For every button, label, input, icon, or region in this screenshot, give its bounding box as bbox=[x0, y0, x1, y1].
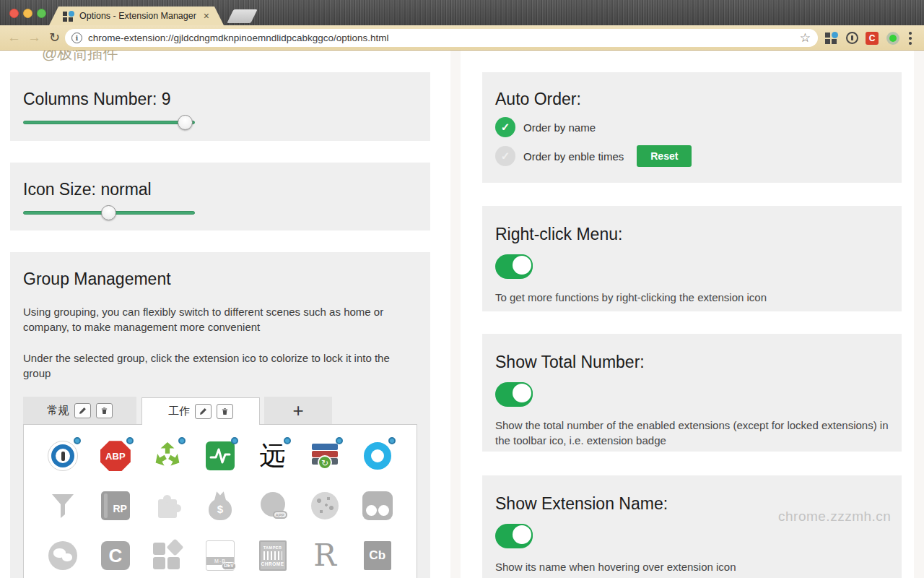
refresh-icon: ↻ bbox=[318, 455, 332, 470]
barcode-icon bbox=[263, 551, 282, 560]
r-serif-icon: R bbox=[313, 540, 336, 571]
check-circle-off-icon[interactable]: ✓ bbox=[495, 146, 515, 166]
extension-manager-toolbar-icon[interactable] bbox=[825, 32, 837, 44]
group-desc-1: Using grouping, you can flexibly switch … bbox=[23, 304, 407, 335]
extension-manager-favicon bbox=[63, 11, 74, 22]
rp-icon: RP bbox=[101, 491, 130, 520]
extension-icon-rp-reader[interactable]: RP bbox=[100, 490, 131, 522]
right-click-menu-card: Right-click Menu: To get more functions … bbox=[482, 206, 902, 311]
tab-title: Options - Extension Manager bbox=[79, 11, 199, 21]
new-tab-button[interactable] bbox=[227, 9, 257, 23]
right-click-menu-toggle[interactable] bbox=[495, 254, 533, 279]
blue-ring-icon bbox=[364, 442, 391, 470]
back-icon[interactable]: ← bbox=[7, 27, 21, 48]
add-group-tab[interactable]: + bbox=[264, 397, 332, 424]
check-circle-on-icon[interactable]: ✓ bbox=[495, 117, 515, 137]
extension-icon-funnel[interactable] bbox=[47, 490, 79, 522]
locked-badge bbox=[178, 437, 186, 444]
bookmark-star-icon[interactable]: ☆ bbox=[800, 30, 811, 46]
extension-icon-four-squares[interactable] bbox=[152, 540, 183, 571]
show-total-number-card: Show Total Number: Show the total number… bbox=[482, 334, 902, 452]
forward-icon[interactable]: → bbox=[27, 27, 41, 48]
calligraphy-icon: 远 bbox=[260, 443, 286, 469]
show-total-number-desc: Show the total number of the enabled ext… bbox=[495, 418, 889, 448]
window-minimize-button[interactable] bbox=[23, 9, 32, 18]
extension-icon-pulse-green[interactable] bbox=[204, 440, 236, 472]
extension-icon-money-bag[interactable]: $ bbox=[204, 490, 236, 522]
auto-order-card: Auto Order: ✓ Order by name ✓ Order by e… bbox=[482, 72, 902, 183]
tamper-chrome-icon: TAMPER CHROME bbox=[259, 540, 287, 571]
wechat-icon bbox=[48, 541, 77, 570]
columns-number-slider[interactable] bbox=[23, 121, 195, 124]
delete-group-button[interactable] bbox=[217, 404, 233, 419]
extension-icon-grid: ABP bbox=[24, 425, 417, 578]
reset-button[interactable]: Reset bbox=[637, 145, 692, 167]
icon-size-slider[interactable] bbox=[23, 211, 195, 215]
left-column: @极简插件 Columns Number: 9 Icon Size: norma… bbox=[0, 51, 450, 578]
extension-icon-app-wrench[interactable]: APP bbox=[257, 490, 289, 522]
browser-menu-icon[interactable] bbox=[909, 32, 912, 45]
address-bar[interactable]: i chrome-extension://gjldcdngmdknpinoemn… bbox=[65, 29, 818, 47]
two-circles-icon bbox=[362, 491, 393, 520]
extension-icon-cookie[interactable] bbox=[309, 490, 341, 522]
show-total-number-toggle[interactable] bbox=[495, 382, 533, 407]
locked-badge bbox=[231, 437, 238, 444]
locked-badge bbox=[284, 437, 291, 444]
extension-icon-wechat[interactable] bbox=[47, 540, 79, 571]
delete-group-button[interactable] bbox=[96, 403, 113, 418]
money-bag-icon: $ bbox=[206, 490, 235, 522]
app-wrench-icon: APP bbox=[258, 491, 287, 520]
left-column-scrollbar[interactable] bbox=[450, 51, 461, 578]
onepassword-toolbar-icon[interactable] bbox=[846, 32, 858, 44]
cookie-icon bbox=[311, 492, 339, 519]
order-by-enable-times-label: Order by enble times bbox=[523, 150, 624, 163]
puzzle-icon bbox=[158, 499, 177, 518]
trash-icon bbox=[100, 407, 108, 415]
pulse-icon bbox=[206, 441, 235, 470]
extension-icon-cb-square[interactable]: Cb bbox=[362, 540, 393, 571]
extension-icon-c-letter[interactable]: C bbox=[100, 540, 131, 571]
right-column-scrollbar[interactable] bbox=[914, 51, 924, 578]
reload-icon[interactable]: ↻ bbox=[49, 27, 60, 48]
extension-icon-onepassword[interactable] bbox=[47, 440, 79, 472]
extension-icon-adblock-plus[interactable]: ABP bbox=[100, 440, 131, 472]
markdown-dev-icon: M-B DEV bbox=[206, 540, 235, 571]
url-text[interactable]: chrome-extension://gjldcdngmdknpinoemndl… bbox=[88, 33, 800, 43]
extension-icon-style-stack[interactable]: ↻ bbox=[309, 440, 341, 472]
icon-size-slider-thumb[interactable] bbox=[101, 205, 116, 220]
edit-group-button[interactable] bbox=[74, 403, 91, 418]
group-management-title: Group Management bbox=[23, 269, 417, 289]
order-by-name-label: Order by name bbox=[523, 121, 596, 134]
trash-icon bbox=[221, 407, 229, 415]
columns-slider-thumb[interactable] bbox=[178, 115, 193, 130]
extension-icon-recycle[interactable] bbox=[152, 440, 183, 472]
order-by-enable-times-row: ✓ Order by enble times Reset bbox=[495, 145, 889, 167]
group-tab-changgui[interactable]: 常规 bbox=[23, 397, 136, 424]
green-dot-toolbar-icon[interactable] bbox=[886, 32, 899, 45]
toggle-knob bbox=[511, 524, 533, 545]
extension-icon-tamper-chrome[interactable]: TAMPER CHROME bbox=[257, 540, 289, 571]
extension-icon-r-serif[interactable]: R bbox=[309, 540, 341, 571]
extension-icon-markdown-dev[interactable]: M-B DEV bbox=[204, 540, 236, 571]
icon-size-title: Icon Size: normal bbox=[23, 180, 417, 199]
extension-icon-puzzle[interactable] bbox=[152, 490, 183, 522]
colorzilla-toolbar-icon[interactable]: C bbox=[866, 32, 879, 45]
tab-close-icon[interactable]: × bbox=[204, 10, 209, 22]
window-close-button[interactable] bbox=[9, 9, 19, 18]
extension-icon-calligraphy[interactable]: 远 bbox=[257, 440, 289, 472]
columns-number-title: Columns Number: 9 bbox=[23, 90, 417, 109]
toggle-knob bbox=[511, 254, 533, 276]
extension-icon-blue-ring[interactable] bbox=[362, 440, 393, 472]
group-extensions-panel: ABP bbox=[23, 424, 417, 578]
browser-toolbar: ← → ↻ i chrome-extension://gjldcdngmdknp… bbox=[0, 25, 924, 51]
extension-icon-two-circles[interactable] bbox=[362, 490, 393, 522]
window-zoom-button[interactable] bbox=[37, 9, 46, 18]
show-extension-name-toggle[interactable] bbox=[495, 524, 533, 548]
locked-badge bbox=[74, 437, 81, 444]
edit-group-button[interactable] bbox=[195, 404, 212, 419]
watermark-site: chrome.zzzmh.cn bbox=[778, 509, 891, 525]
page-info-icon[interactable]: i bbox=[71, 33, 82, 43]
browser-tab[interactable]: Options - Extension Manager × bbox=[49, 7, 224, 25]
show-extension-name-desc: Show its name when hovering over extensi… bbox=[495, 559, 889, 574]
group-tab-gongzuo-active[interactable]: 工作 bbox=[141, 397, 260, 425]
